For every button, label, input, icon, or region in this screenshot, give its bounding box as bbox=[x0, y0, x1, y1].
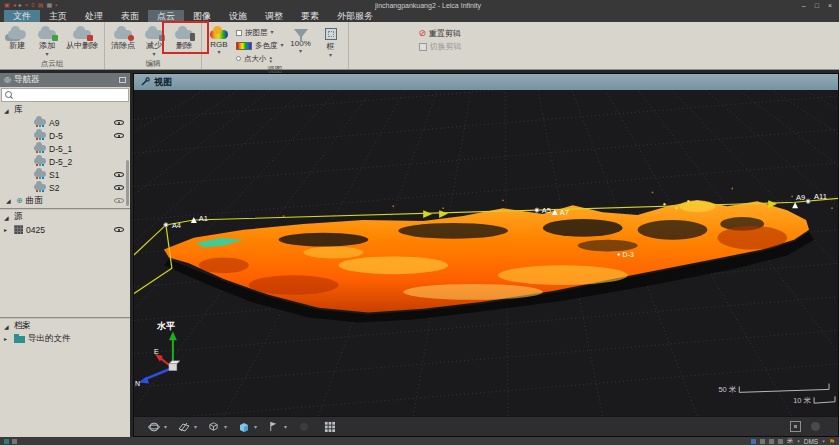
grid-quick-icon[interactable]: ▦ bbox=[46, 1, 52, 10]
marker-a5[interactable] bbox=[535, 208, 539, 212]
minimize-button[interactable]: – bbox=[799, 2, 809, 9]
marker-a4[interactable] bbox=[164, 223, 168, 227]
maximize-button[interactable]: □ bbox=[812, 2, 822, 9]
clip-tool-button[interactable] bbox=[176, 419, 191, 434]
viewport-3d[interactable]: A4 A1 A5 A7 A9 A11 D-3 bbox=[134, 90, 838, 416]
rgb-coloring-button[interactable]: RGB ▾ bbox=[204, 23, 234, 55]
status-view-icon[interactable] bbox=[751, 439, 756, 444]
undo-icon[interactable]: ◂ bbox=[13, 1, 16, 10]
navigator-search[interactable] bbox=[1, 88, 129, 102]
by-layer-checkbox[interactable] bbox=[236, 30, 242, 36]
rgb-dropdown-caret[interactable]: ▾ bbox=[217, 50, 220, 55]
view-window: 视图 bbox=[133, 73, 839, 437]
tab-adjustment[interactable]: 调整 bbox=[256, 10, 292, 22]
tree-item-d5-2[interactable]: D-5_2 bbox=[0, 155, 130, 168]
tab-file[interactable]: 文件 bbox=[4, 10, 40, 22]
tab-surfaces[interactable]: 表面 bbox=[112, 10, 148, 22]
cube-caret[interactable]: ▾ bbox=[224, 423, 227, 430]
marker-a11[interactable] bbox=[806, 199, 810, 203]
unit-selector[interactable]: 米 bbox=[787, 437, 794, 445]
tree-section-sources[interactable]: ◢ 源 bbox=[0, 211, 130, 223]
angle-caret[interactable]: ▾ bbox=[822, 438, 825, 444]
visibility-eye-icon[interactable] bbox=[114, 183, 124, 192]
add-to-group-button[interactable]: 添加 ▾ bbox=[32, 23, 62, 57]
shaded-view-button[interactable] bbox=[236, 419, 251, 434]
angle-format-selector[interactable]: DMS bbox=[804, 438, 818, 445]
search-input[interactable] bbox=[15, 90, 125, 101]
orbit-view-button[interactable] bbox=[146, 419, 161, 434]
tree-item-a9[interactable]: A9 bbox=[0, 116, 130, 129]
wrench-icon bbox=[140, 77, 150, 87]
tree-section-surfaces[interactable]: ◢ ⊕ 曲面 bbox=[0, 194, 130, 207]
add-dropdown-caret[interactable]: ▾ bbox=[45, 52, 48, 57]
filter-caret[interactable]: ▾ bbox=[284, 423, 287, 430]
status-log-icon[interactable] bbox=[769, 439, 774, 444]
tree-item-d5[interactable]: D-5 bbox=[0, 129, 130, 142]
report-quick-icon[interactable]: ▤ bbox=[38, 1, 44, 10]
box-caret[interactable]: ▾ bbox=[329, 53, 332, 58]
tree-scrollbar-thumb[interactable] bbox=[126, 160, 129, 206]
status-left-icon-2[interactable] bbox=[12, 439, 17, 444]
visibility-eye-icon[interactable] bbox=[114, 225, 124, 234]
visibility-eye-icon[interactable] bbox=[114, 118, 124, 127]
tab-services[interactable]: 外部服务 bbox=[328, 10, 382, 22]
inactive-tool-button[interactable] bbox=[296, 419, 311, 434]
app-logo-icon[interactable]: ▣ bbox=[4, 1, 10, 10]
reduce-points-button[interactable]: 减少 ▾ bbox=[139, 23, 169, 57]
clear-points-button[interactable]: 清除点 bbox=[107, 23, 139, 51]
tree-item-s2[interactable]: S2 bbox=[0, 181, 130, 194]
visibility-eye-icon[interactable] bbox=[114, 196, 124, 205]
marker-a9[interactable] bbox=[792, 202, 798, 208]
by-layer-caret[interactable]: ▾ bbox=[271, 30, 274, 35]
density-filter-button[interactable]: 100% ▾ bbox=[286, 23, 316, 54]
tree-separator bbox=[0, 208, 130, 210]
grid-toggle-button[interactable] bbox=[322, 419, 337, 434]
filter-flag-button[interactable] bbox=[266, 419, 281, 434]
tab-imaging[interactable]: 图像 bbox=[184, 10, 220, 22]
remove-from-group-button[interactable]: 从中删除 bbox=[62, 23, 102, 51]
marker-d3[interactable] bbox=[617, 253, 619, 255]
tree-section-library[interactable]: ◢ 库 bbox=[0, 104, 130, 116]
cube-view-button[interactable] bbox=[206, 419, 221, 434]
redo-icon[interactable]: ▸ bbox=[19, 1, 22, 10]
status-report-icon[interactable] bbox=[760, 439, 765, 444]
delete-quick-icon[interactable]: × bbox=[25, 1, 29, 10]
pin-panel-icon[interactable] bbox=[119, 77, 126, 83]
tab-pointcloud[interactable]: 点云 bbox=[148, 10, 184, 22]
tree-item-exported-files[interactable]: ▸ 导出的文件 bbox=[0, 332, 130, 345]
tree-item-0425[interactable]: ▸ 0425 bbox=[0, 223, 130, 236]
tab-home[interactable]: 主页 bbox=[40, 10, 76, 22]
toggle-clip-button[interactable]: 切换剪辑 bbox=[419, 41, 462, 52]
status-grid-icon[interactable] bbox=[778, 439, 783, 444]
tab-processing[interactable]: 处理 bbox=[76, 10, 112, 22]
shaded-caret[interactable]: ▾ bbox=[254, 423, 257, 430]
new-pointcloud-group-button[interactable]: 新建 bbox=[2, 23, 32, 51]
box-view-button[interactable]: 框 ▾ bbox=[316, 23, 346, 58]
tree-item-s1[interactable]: S1 bbox=[0, 168, 130, 181]
multichroma-option[interactable]: 多色度 ▾ bbox=[236, 39, 284, 52]
clip-caret[interactable]: ▾ bbox=[194, 423, 197, 430]
tree-item-d5-1[interactable]: D-5_1 bbox=[0, 142, 130, 155]
orbit-caret[interactable]: ▾ bbox=[164, 423, 167, 430]
unit-caret[interactable]: ▾ bbox=[797, 438, 800, 444]
tab-infrastructure[interactable]: 设施 bbox=[220, 10, 256, 22]
minimap-toggle-button[interactable] bbox=[790, 421, 801, 432]
tree-section-archive[interactable]: ◢ 档案 bbox=[0, 320, 130, 332]
close-button[interactable]: × bbox=[825, 2, 835, 9]
marker-label: A7 bbox=[560, 208, 569, 217]
by-layer-option[interactable]: 按图层 ▾ bbox=[236, 26, 284, 39]
tab-features[interactable]: 要素 bbox=[292, 10, 328, 22]
save-quick-icon[interactable]: ▪ bbox=[55, 1, 57, 10]
point-size-option[interactable]: 点大小 ▴▾ bbox=[236, 52, 284, 65]
point-size-spinner[interactable]: ▴▾ bbox=[270, 55, 273, 63]
multichroma-caret[interactable]: ▾ bbox=[281, 43, 284, 48]
point-cloud[interactable] bbox=[164, 188, 833, 323]
visibility-eye-icon[interactable] bbox=[114, 170, 124, 179]
menu-quick-icon[interactable]: ≡ bbox=[31, 1, 35, 10]
reset-clip-button[interactable]: ⊘ 重置剪辑 bbox=[419, 28, 462, 39]
delete-points-button[interactable]: 删除 bbox=[169, 23, 199, 51]
reduce-dropdown-caret[interactable]: ▾ bbox=[152, 52, 155, 57]
visibility-eye-icon[interactable] bbox=[114, 131, 124, 140]
density-caret[interactable]: ▾ bbox=[299, 49, 302, 54]
status-left-icon-1[interactable] bbox=[4, 439, 9, 444]
